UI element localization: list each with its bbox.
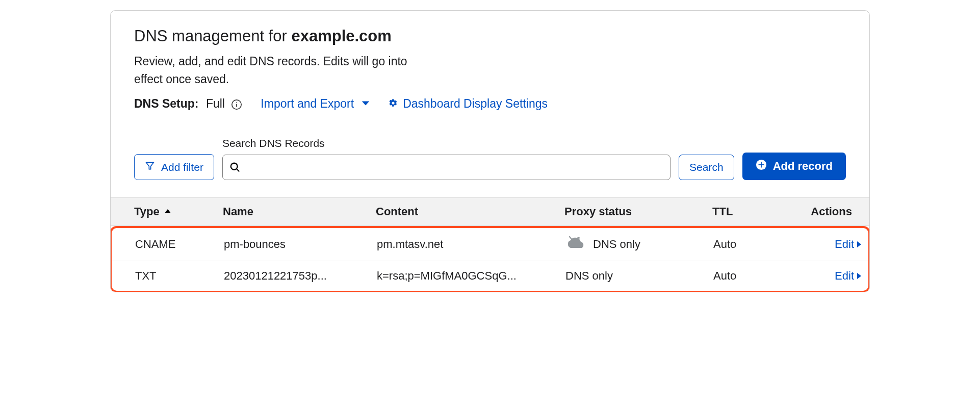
search-label: Search DNS Records [222, 137, 670, 149]
column-header-ttl[interactable]: TTL [712, 205, 804, 218]
svg-point-2 [237, 102, 238, 103]
svg-marker-10 [165, 209, 170, 213]
gear-icon [389, 97, 398, 111]
page-subtitle: Review, add, and edit DNS records. Edits… [134, 53, 420, 88]
cell-name: pm-bounces [224, 238, 377, 251]
dns-setup-block: DNS Setup: Full [134, 97, 242, 111]
search-button-label: Search [689, 161, 724, 173]
search-field: Search DNS Records [222, 137, 670, 180]
table-row[interactable]: TXT 20230121221753p... k=rsa;p=MIGfMA0GC… [112, 261, 868, 291]
edit-label: Edit [835, 238, 854, 251]
search-icon [229, 162, 241, 173]
cell-type: CNAME [112, 238, 224, 251]
toolbar: Add filter Search DNS Records Search [111, 121, 869, 197]
svg-marker-3 [362, 101, 369, 105]
cell-type: TXT [112, 269, 224, 283]
plus-icon [756, 159, 767, 173]
edit-label: Edit [835, 269, 854, 283]
cell-ttl: Auto [713, 238, 805, 251]
add-filter-button[interactable]: Add filter [134, 154, 214, 180]
svg-marker-4 [146, 162, 154, 169]
column-header-type[interactable]: Type [111, 205, 223, 218]
page-title: DNS management for example.com [134, 27, 846, 45]
import-export-label: Import and Export [261, 97, 354, 111]
card-header: DNS management for example.com Review, a… [111, 11, 869, 121]
add-record-button[interactable]: Add record [742, 153, 846, 180]
highlighted-records: CNAME pm-bounces pm.mtasv.net DNS only A… [110, 226, 870, 292]
svg-marker-13 [857, 273, 861, 279]
info-icon[interactable] [231, 99, 242, 110]
edit-button[interactable]: Edit [835, 238, 862, 251]
cell-name: 20230121221753p... [224, 269, 377, 283]
import-export-link[interactable]: Import and Export [261, 97, 370, 111]
cell-proxy: DNS only [565, 269, 713, 283]
chevron-right-icon [856, 238, 862, 251]
cloud-off-icon [565, 236, 586, 253]
column-header-name[interactable]: Name [223, 205, 376, 218]
search-input-wrap [222, 155, 670, 180]
proxy-text: DNS only [593, 238, 640, 251]
display-settings-label: Dashboard Display Settings [403, 97, 548, 111]
search-input[interactable] [222, 155, 670, 180]
edit-button[interactable]: Edit [835, 269, 862, 283]
svg-line-6 [237, 169, 239, 171]
chevron-right-icon [856, 269, 862, 283]
filter-icon [145, 161, 155, 173]
column-type-label: Type [134, 205, 160, 218]
add-record-label: Add record [773, 160, 833, 173]
search-button[interactable]: Search [679, 155, 734, 180]
column-header-proxy[interactable]: Proxy status [564, 205, 712, 218]
svg-point-5 [231, 163, 238, 170]
table-row[interactable]: CNAME pm-bounces pm.mtasv.net DNS only A… [112, 228, 868, 261]
column-header-content[interactable]: Content [376, 205, 564, 218]
cell-content: pm.mtasv.net [377, 238, 565, 251]
column-header-actions: Actions [804, 205, 869, 218]
dns-setup-label: DNS Setup: [134, 97, 199, 110]
cell-content: k=rsa;p=MIGfMA0GCSqG... [377, 269, 565, 283]
setup-row: DNS Setup: Full Import and Export [134, 97, 846, 111]
chevron-down-icon [361, 97, 370, 111]
cell-actions: Edit [805, 269, 868, 283]
proxy-text: DNS only [565, 269, 613, 283]
display-settings-link[interactable]: Dashboard Display Settings [389, 97, 548, 111]
svg-rect-9 [758, 164, 764, 165]
cell-proxy: DNS only [565, 236, 713, 253]
title-domain: example.com [291, 27, 391, 45]
svg-marker-12 [857, 241, 861, 247]
sort-ascending-icon [164, 205, 172, 218]
cell-ttl: Auto [713, 269, 805, 283]
table-header-row: Type Name Content Proxy status TTL Actio… [111, 197, 869, 226]
dns-management-card: DNS management for example.com Review, a… [110, 10, 870, 292]
add-filter-label: Add filter [161, 161, 203, 173]
dns-setup-value: Full [206, 97, 225, 110]
title-prefix: DNS management for [134, 27, 291, 45]
cell-actions: Edit [805, 238, 868, 251]
